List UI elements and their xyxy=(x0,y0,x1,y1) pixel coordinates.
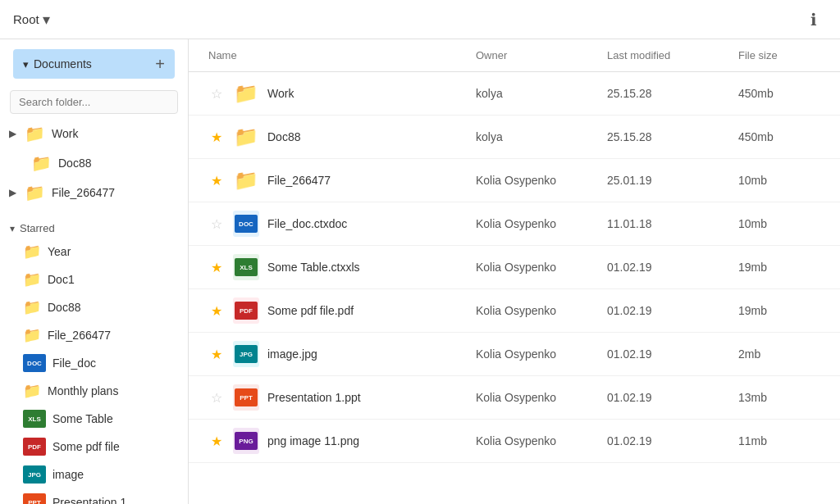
file-size: 450mb xyxy=(738,87,820,100)
table-row[interactable]: ★ PNG png image 11.png Kolia Osypenko 01… xyxy=(189,420,840,463)
table-row[interactable]: ★ 📁 File_266477 Kolia Osypenko 25.01.19 … xyxy=(189,159,840,202)
file-name: Work xyxy=(267,87,294,100)
xls-type-icon: XLS xyxy=(233,254,259,280)
chevron-down-icon: ▾ xyxy=(10,223,15,234)
sidebar-item-image[interactable]: JPG image xyxy=(0,461,188,488)
sidebar-item-file-doc[interactable]: DOC File_doc xyxy=(0,349,188,377)
file-owner: kolya xyxy=(476,87,607,100)
documents-header[interactable]: ▾ Documents + xyxy=(13,49,175,79)
star-icon[interactable]: ☆ xyxy=(208,390,225,406)
sidebar-item-monthly-plans[interactable]: 📁 Monthly plans xyxy=(0,377,188,405)
file-size: 13mb xyxy=(738,391,820,404)
table-row[interactable]: ★ JPG image.jpg Kolia Osypenko 01.02.19 … xyxy=(189,333,840,376)
file-date: 01.02.19 xyxy=(607,434,738,447)
info-button[interactable]: ℹ xyxy=(801,7,827,33)
main-layout: ▾ Documents + ▶ 📁 Work 📁 Doc88 xyxy=(0,39,840,504)
sidebar-item-some-pdf[interactable]: PDF Some pdf file xyxy=(0,433,188,461)
sidebar-item-doc88-starred[interactable]: 📁 Doc88 xyxy=(0,293,188,321)
sidebar-item-doc88[interactable]: 📁 Doc88 xyxy=(0,148,188,178)
file-size: 2mb xyxy=(738,347,820,361)
file-name: Presentation 1.ppt xyxy=(267,391,361,404)
file-owner: Kolia Osypenko xyxy=(476,434,607,447)
file-owner: Kolia Osypenko xyxy=(476,217,607,230)
top-bar: Root ▾ ℹ xyxy=(0,0,840,39)
star-icon[interactable]: ☆ xyxy=(208,86,225,102)
sidebar-item-file266477[interactable]: ▶ 📁 File_266477 xyxy=(0,178,188,207)
starred-label: Starred xyxy=(20,222,55,234)
file-name: png image 11.png xyxy=(267,434,359,447)
pdf-file-icon: PDF xyxy=(23,438,46,456)
table-row[interactable]: ☆ PPT Presentation 1.ppt Kolia Osypenko … xyxy=(189,376,840,420)
star-icon[interactable]: ★ xyxy=(208,129,225,145)
file-date: 25.01.19 xyxy=(607,174,738,187)
file-date: 01.02.19 xyxy=(607,391,738,404)
sidebar-item-label: File_266477 xyxy=(52,186,115,199)
file-size: 10mb xyxy=(738,217,820,230)
content-header: Name Owner Last modified File size xyxy=(189,39,840,72)
folder-icon: 📁 xyxy=(23,298,41,316)
sidebar-item-some-table[interactable]: XLS Some Table xyxy=(0,405,188,433)
sidebar-item-label: Some pdf file xyxy=(52,440,120,453)
star-icon[interactable]: ★ xyxy=(208,173,225,188)
table-row[interactable]: ★ PDF Some pdf file.pdf Kolia Osypenko 0… xyxy=(189,289,840,333)
file-date: 01.02.19 xyxy=(607,304,738,317)
sidebar-item-label: File_266477 xyxy=(48,329,111,342)
jpg-file-icon: JPG xyxy=(23,465,46,484)
table-row[interactable]: ★ XLS Some Table.ctxxls Kolia Osypenko 0… xyxy=(189,246,840,289)
sidebar-item-label: Presentation 1 xyxy=(52,496,126,504)
sidebar-item-file266477-starred[interactable]: 📁 File_266477 xyxy=(0,321,188,349)
ppt-icon: PPT xyxy=(235,388,258,406)
root-button[interactable]: Root ▾ xyxy=(13,11,50,29)
star-icon[interactable]: ★ xyxy=(208,260,225,275)
documents-label: Documents xyxy=(34,57,92,70)
sidebar-item-label: Doc88 xyxy=(58,157,91,170)
file-owner: Kolia Osypenko xyxy=(476,174,607,187)
root-label: Root xyxy=(13,12,39,26)
sidebar-item-year[interactable]: 📁 Year xyxy=(0,238,188,266)
sidebar-item-presentation1[interactable]: PPT Presentation 1 xyxy=(0,488,188,504)
folder-icon: 📁 xyxy=(23,243,41,261)
add-folder-button[interactable]: + xyxy=(155,56,165,72)
starred-section-header[interactable]: ▾ Starred xyxy=(0,216,188,238)
file-owner: kolya xyxy=(476,130,607,143)
sidebar-item-work[interactable]: ▶ 📁 Work xyxy=(0,119,188,148)
folder-icon: 📁 xyxy=(23,270,41,288)
file-name: image.jpg xyxy=(267,347,317,361)
file-name: Some Table.ctxxls xyxy=(267,261,360,274)
file-date: 25.15.28 xyxy=(607,130,738,143)
jpg-icon: JPG xyxy=(235,345,258,363)
folder-icon: 📁 xyxy=(31,153,52,173)
col-owner: Owner xyxy=(476,49,607,61)
expand-arrow-icon: ▶ xyxy=(7,128,18,139)
sidebar-item-label: Doc88 xyxy=(48,301,80,314)
folder-icon: 📁 xyxy=(234,169,258,192)
folder-icon: 📁 xyxy=(25,183,45,202)
col-last-modified: Last modified xyxy=(607,49,738,61)
sidebar-item-doc1[interactable]: 📁 Doc1 xyxy=(0,266,188,293)
sidebar-item-label: Doc1 xyxy=(48,273,75,286)
star-icon[interactable]: ★ xyxy=(208,347,225,362)
starred-section: ▾ Starred 📁 Year 📁 Doc1 📁 Doc88 📁 File_2… xyxy=(0,207,188,504)
col-file-size: File size xyxy=(738,49,820,61)
star-icon[interactable]: ★ xyxy=(208,434,225,449)
file-owner: Kolia Osypenko xyxy=(476,391,607,404)
file-size: 450mb xyxy=(738,130,820,143)
search-input[interactable] xyxy=(10,90,178,114)
xls-icon: XLS xyxy=(235,258,258,276)
star-icon[interactable]: ☆ xyxy=(208,216,225,232)
jpg-type-icon: JPG xyxy=(233,341,259,367)
folder-icon: 📁 xyxy=(234,82,258,105)
table-row[interactable]: ☆ DOC File_doc.ctxdoc Kolia Osypenko 11.… xyxy=(189,202,840,246)
chevron-down-icon: ▾ xyxy=(43,11,50,29)
table-row[interactable]: ☆ 📁 Work kolya 25.15.28 450mb xyxy=(189,72,840,116)
file-name: File_266477 xyxy=(267,174,331,187)
file-date: 01.02.19 xyxy=(607,261,738,274)
doc-icon: DOC xyxy=(235,215,258,233)
sidebar-item-label: Work xyxy=(52,127,78,140)
table-row[interactable]: ★ 📁 Doc88 kolya 25.15.28 450mb xyxy=(189,116,840,159)
folder-type-icon: 📁 xyxy=(233,80,259,107)
sidebar-item-label: Monthly plans xyxy=(48,384,118,397)
png-type-icon: PNG xyxy=(233,428,259,454)
ppt-file-icon: PPT xyxy=(23,493,46,504)
star-icon[interactable]: ★ xyxy=(208,303,225,319)
